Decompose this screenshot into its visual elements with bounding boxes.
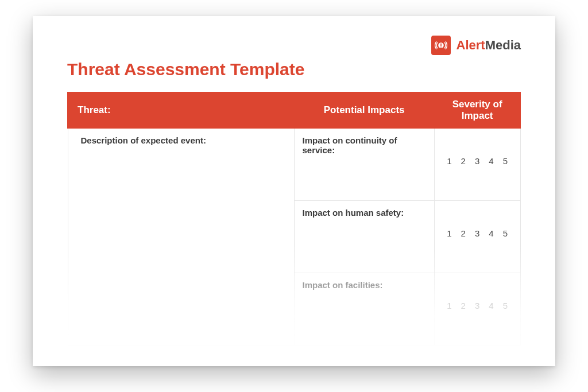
svg-rect-1 bbox=[440, 44, 442, 46]
rating-scale: 1 2 3 4 5 bbox=[443, 228, 512, 238]
brand-name: AlertMedia bbox=[457, 38, 521, 53]
rating-option[interactable]: 2 bbox=[461, 301, 466, 311]
rating-option[interactable]: 5 bbox=[503, 301, 508, 311]
table-row: Description of expected event: Impact on… bbox=[68, 128, 520, 200]
rating-option[interactable]: 1 bbox=[447, 156, 451, 166]
assessment-table: Threat: Potential Impacts Severity of Im… bbox=[67, 92, 521, 346]
severity-continuity-cell[interactable]: 1 2 3 4 5 bbox=[434, 128, 520, 200]
rating-option[interactable]: 4 bbox=[489, 301, 493, 311]
rating-option[interactable]: 4 bbox=[489, 228, 493, 238]
description-label: Description of expected event: bbox=[81, 135, 206, 145]
alert-icon bbox=[431, 36, 451, 55]
impact-facilities-cell[interactable]: Impact on facilities: bbox=[294, 273, 434, 345]
rating-option[interactable]: 4 bbox=[489, 156, 493, 166]
rating-scale: 1 2 3 4 5 bbox=[443, 156, 512, 166]
svg-rect-2 bbox=[440, 46, 442, 48]
rating-option[interactable]: 2 bbox=[461, 156, 466, 166]
impact-facilities-label: Impact on facilities: bbox=[303, 280, 383, 290]
brand-media-text: Media bbox=[485, 38, 521, 52]
rating-option[interactable]: 5 bbox=[503, 156, 508, 166]
rating-option[interactable]: 3 bbox=[475, 156, 479, 166]
header-impacts: Potential Impacts bbox=[294, 92, 434, 128]
rating-scale: 1 2 3 4 5 bbox=[443, 301, 512, 311]
header-severity: Severity of Impact bbox=[434, 92, 520, 128]
description-cell[interactable]: Description of expected event: bbox=[68, 128, 294, 345]
impact-safety-label: Impact on human safety: bbox=[303, 208, 404, 218]
impact-continuity-cell[interactable]: Impact on continuity of service: bbox=[294, 128, 434, 200]
severity-safety-cell[interactable]: 1 2 3 4 5 bbox=[434, 200, 520, 273]
impact-safety-cell[interactable]: Impact on human safety: bbox=[294, 200, 434, 273]
rating-option[interactable]: 5 bbox=[503, 228, 508, 238]
document-page: AlertMedia Threat Assessment Template Th… bbox=[33, 16, 555, 366]
header-threat: Threat: bbox=[68, 92, 294, 128]
impact-continuity-label: Impact on continuity of service: bbox=[303, 135, 397, 155]
page-title: Threat Assessment Template bbox=[67, 60, 521, 79]
brand-alert-text: Alert bbox=[457, 38, 485, 52]
rating-option[interactable]: 1 bbox=[447, 228, 451, 238]
brand-logo: AlertMedia bbox=[431, 36, 521, 55]
rating-option[interactable]: 3 bbox=[475, 228, 479, 238]
rating-option[interactable]: 1 bbox=[447, 301, 451, 311]
table-header-row: Threat: Potential Impacts Severity of Im… bbox=[68, 92, 520, 128]
severity-facilities-cell[interactable]: 1 2 3 4 5 bbox=[434, 273, 520, 345]
rating-option[interactable]: 2 bbox=[461, 228, 466, 238]
rating-option[interactable]: 3 bbox=[475, 301, 479, 311]
